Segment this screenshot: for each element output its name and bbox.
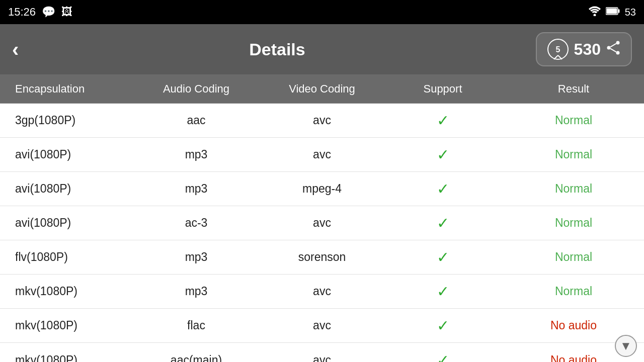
time-display: 15:26 xyxy=(8,6,36,19)
scroll-down-indicator[interactable]: ▼ xyxy=(615,335,637,357)
cell-video: avc xyxy=(257,216,387,230)
table-body: 3gp(1080P) aac avc ✓ Normal avi(1080P) m… xyxy=(0,104,644,362)
svg-point-8 xyxy=(616,41,620,44)
cell-encapsulation: 3gp(1080P) xyxy=(5,114,136,127)
col-header-video: Video Coding xyxy=(257,82,387,96)
table-row: avi(1080P) mp3 mpeg-4 ✓ Normal xyxy=(0,172,644,206)
svg-rect-3 xyxy=(606,8,617,14)
cell-audio: aac xyxy=(136,114,257,127)
score-area[interactable]: 5 530 xyxy=(536,32,632,66)
image-icon: 🖼 xyxy=(61,6,72,19)
svg-line-12 xyxy=(610,48,616,52)
share-icon[interactable] xyxy=(606,40,621,59)
svg-point-0 xyxy=(593,14,596,16)
cell-support: ✓ xyxy=(387,317,498,334)
cell-result: Normal xyxy=(498,114,644,127)
cell-result: Normal xyxy=(498,285,644,298)
cell-support: ✓ xyxy=(387,214,498,232)
chevron-down-icon: ▼ xyxy=(620,339,632,353)
cell-video: sorenson xyxy=(257,250,387,264)
cell-encapsulation: avi(1080P) xyxy=(5,148,136,161)
score-number: 530 xyxy=(574,40,601,59)
cell-video: avc xyxy=(257,148,387,161)
cell-result: No audio xyxy=(498,319,644,332)
cell-result: Normal xyxy=(498,216,644,230)
table-row: mkv(1080P) aac(main) avc ✓ No audio xyxy=(0,343,644,362)
column-headers: Encapsulation Audio Coding Video Coding … xyxy=(0,74,644,104)
wifi-icon xyxy=(589,6,601,19)
cell-encapsulation: mkv(1080P) xyxy=(5,319,136,332)
status-right: 53 xyxy=(589,6,636,19)
cell-audio: mp3 xyxy=(136,250,257,264)
cell-audio: flac xyxy=(136,319,257,332)
cell-video: avc xyxy=(257,353,387,363)
cell-support: ✓ xyxy=(387,283,498,300)
svg-point-9 xyxy=(607,46,611,49)
svg-text:5: 5 xyxy=(555,45,560,54)
battery-level: 53 xyxy=(625,7,636,18)
cell-result: Normal xyxy=(498,148,644,161)
status-bar: 15:26 💬 🖼 53 xyxy=(0,0,644,24)
col-header-support: Support xyxy=(387,82,498,96)
cell-encapsulation: avi(1080P) xyxy=(5,216,136,230)
cell-result: Normal xyxy=(498,182,644,196)
table-row: avi(1080P) mp3 avc ✓ Normal xyxy=(0,138,644,172)
svg-rect-2 xyxy=(618,9,619,13)
cell-support: ✓ xyxy=(387,180,498,198)
table-row: avi(1080P) ac-3 avc ✓ Normal xyxy=(0,206,644,240)
medal-icon: 5 xyxy=(547,38,569,60)
page-title: Details xyxy=(19,40,535,59)
cell-support: ✓ xyxy=(387,112,498,129)
cell-support: ✓ xyxy=(387,351,498,363)
cell-support: ✓ xyxy=(387,248,498,266)
cell-video: avc xyxy=(257,285,387,298)
table-row: mkv(1080P) mp3 avc ✓ Normal xyxy=(0,275,644,309)
status-left: 15:26 💬 🖼 xyxy=(8,6,72,19)
back-button[interactable]: ‹ xyxy=(12,39,19,59)
cell-encapsulation: avi(1080P) xyxy=(5,182,136,196)
cell-audio: aac(main) xyxy=(136,353,257,363)
cell-audio: mp3 xyxy=(136,285,257,298)
battery-outline-icon xyxy=(606,7,620,18)
col-header-audio: Audio Coding xyxy=(136,82,257,96)
cell-audio: mp3 xyxy=(136,148,257,161)
svg-line-11 xyxy=(610,43,616,47)
cell-encapsulation: mkv(1080P) xyxy=(5,353,136,363)
svg-point-10 xyxy=(616,51,620,54)
col-header-result: Result xyxy=(498,82,644,96)
cell-encapsulation: mkv(1080P) xyxy=(5,285,136,298)
cell-encapsulation: flv(1080P) xyxy=(5,250,136,264)
table-row: flv(1080P) mp3 sorenson ✓ Normal xyxy=(0,240,644,275)
cell-video: avc xyxy=(257,319,387,332)
message-icon: 💬 xyxy=(42,6,55,19)
table-row: mkv(1080P) flac avc ✓ No audio xyxy=(0,309,644,343)
cell-support: ✓ xyxy=(387,146,498,163)
app-bar: ‹ Details 5 530 xyxy=(0,24,644,74)
cell-video: avc xyxy=(257,114,387,127)
col-header-encapsulation: Encapsulation xyxy=(5,82,136,96)
cell-video: mpeg-4 xyxy=(257,182,387,196)
cell-audio: ac-3 xyxy=(136,216,257,230)
cell-audio: mp3 xyxy=(136,182,257,196)
cell-result: Normal xyxy=(498,250,644,264)
table-row: 3gp(1080P) aac avc ✓ Normal xyxy=(0,104,644,138)
